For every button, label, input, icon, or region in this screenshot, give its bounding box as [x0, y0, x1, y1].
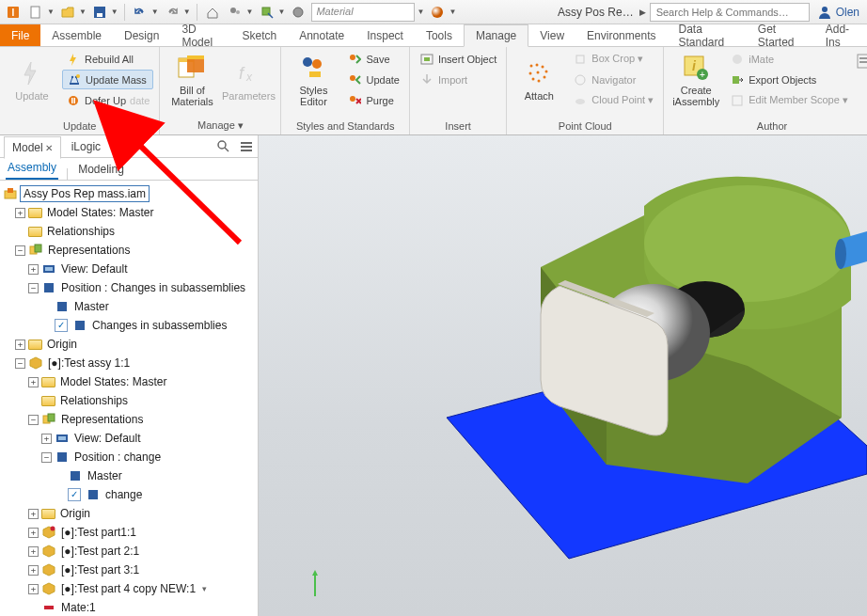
- browser-tab-ilogic[interactable]: iLogic: [63, 135, 109, 158]
- tree-node[interactable]: −Representations: [2, 410, 256, 429]
- appearance-icon[interactable]: [289, 3, 307, 22]
- model-tree[interactable]: Assy Pos Rep mass.iam +Model States: Mas…: [0, 181, 258, 616]
- redo-icon[interactable]: [163, 3, 181, 22]
- tree-node[interactable]: Master: [2, 466, 256, 485]
- update-button[interactable]: Update: [6, 49, 58, 111]
- sphere-dropdown-icon[interactable]: ▼: [449, 8, 456, 16]
- tab-get-started[interactable]: Get Started: [747, 24, 814, 46]
- search-icon[interactable]: [216, 139, 231, 154]
- sphere-icon[interactable]: [428, 3, 447, 22]
- tree-node[interactable]: +Model States: Master: [2, 372, 256, 391]
- import-button[interactable]: Import: [416, 70, 500, 89]
- tree-node[interactable]: +[●]:Test part1:1: [2, 523, 256, 542]
- search-input[interactable]: [650, 3, 810, 22]
- browser-menu-icon[interactable]: [239, 139, 254, 154]
- styles-save-button[interactable]: Save: [343, 49, 402, 69]
- tree-node[interactable]: Relationships: [2, 222, 256, 241]
- open-icon[interactable]: [58, 3, 77, 22]
- tree-node[interactable]: +[●]:Test part 4 copy NEW:1▾: [2, 579, 256, 598]
- tab-inspect[interactable]: Inspect: [355, 24, 415, 46]
- expand-icon[interactable]: +: [15, 340, 25, 350]
- redo-dropdown-icon[interactable]: ▼: [183, 8, 191, 16]
- expand-icon[interactable]: +: [28, 528, 39, 538]
- parameters-button[interactable]: fx Parameters: [222, 49, 275, 111]
- tab-sketch[interactable]: Sketch: [230, 24, 288, 46]
- app-icon[interactable]: I: [4, 3, 23, 22]
- home-icon[interactable]: [203, 3, 222, 22]
- team-icon[interactable]: [226, 3, 244, 22]
- more-panel-icon[interactable]: [856, 53, 867, 70]
- tab-data-standard[interactable]: Data Standard: [667, 24, 746, 46]
- tab-file[interactable]: File: [0, 24, 40, 46]
- collapse-icon[interactable]: −: [41, 452, 52, 463]
- tree-node[interactable]: Master: [2, 297, 256, 316]
- new-icon[interactable]: [26, 3, 45, 22]
- tab-annotate[interactable]: Annotate: [288, 24, 355, 46]
- browser-tab-model[interactable]: Model✕: [4, 136, 61, 159]
- undo-icon[interactable]: [131, 3, 150, 22]
- bom-button[interactable]: Bill of Materials: [166, 49, 218, 111]
- add-browser-tab-button[interactable]: ＋: [115, 138, 128, 155]
- subtab-assembly[interactable]: Assembly: [6, 157, 58, 180]
- navigator-button[interactable]: Navigator: [569, 70, 657, 89]
- tab-manage[interactable]: Manage: [464, 24, 528, 47]
- checkbox-icon[interactable]: ✓: [68, 488, 81, 501]
- team-dropdown-icon[interactable]: ▼: [246, 8, 254, 16]
- subtab-modeling[interactable]: Modeling: [76, 159, 126, 180]
- checkbox-icon[interactable]: ✓: [55, 319, 68, 332]
- tree-node[interactable]: +[●]:Test part 3:1: [2, 561, 256, 579]
- tree-node[interactable]: +[●]:Test part 2:1: [2, 542, 256, 561]
- update-mass-button[interactable]: Update Mass: [62, 70, 153, 89]
- attach-button[interactable]: Attach: [512, 49, 565, 111]
- export-objects-button[interactable]: Export Objects: [726, 70, 852, 89]
- tree-node[interactable]: −Representations: [2, 241, 256, 260]
- box-crop-button[interactable]: Box Crop ▾: [569, 49, 657, 69]
- tab-design[interactable]: Design: [113, 24, 170, 46]
- styles-editor-button[interactable]: Styles Editor: [287, 49, 339, 111]
- material-selector[interactable]: Material: [311, 3, 415, 22]
- close-icon[interactable]: ✕: [45, 143, 53, 153]
- collapse-icon[interactable]: −: [28, 415, 39, 425]
- cloud-point-button[interactable]: Cloud Point ▾: [569, 90, 657, 110]
- save-icon[interactable]: [90, 3, 109, 22]
- expand-icon[interactable]: +: [28, 565, 39, 576]
- expand-icon[interactable]: +: [28, 546, 39, 557]
- edit-member-scope-button[interactable]: Edit Member Scope ▾: [726, 90, 852, 110]
- tab-add-ins[interactable]: Add-Ins: [814, 24, 867, 46]
- styles-purge-button[interactable]: Purge: [343, 90, 402, 110]
- expand-icon[interactable]: +: [15, 208, 25, 218]
- expand-icon[interactable]: +: [28, 264, 39, 275]
- tree-node[interactable]: Mate:1: [2, 598, 256, 616]
- tree-node[interactable]: −[●]:Test assy 1:1: [2, 354, 256, 372]
- tab-tools[interactable]: Tools: [415, 24, 464, 46]
- styles-update-button[interactable]: Update: [343, 70, 402, 89]
- tab-environments[interactable]: Environments: [575, 24, 667, 46]
- defer-update-button[interactable]: Defer Update: [62, 90, 153, 110]
- expand-icon[interactable]: +: [28, 584, 39, 594]
- save-dropdown-icon[interactable]: ▼: [111, 8, 118, 16]
- collapse-icon[interactable]: −: [15, 358, 25, 369]
- tree-node[interactable]: +Model States: Master: [2, 203, 256, 222]
- expand-icon[interactable]: +: [28, 377, 39, 387]
- insert-object-button[interactable]: Insert Object: [416, 49, 500, 69]
- tree-node[interactable]: −Position : Changes in subassemblies: [2, 278, 256, 297]
- tree-node[interactable]: Relationships: [2, 391, 256, 410]
- tab-assemble[interactable]: Assemble: [40, 24, 113, 46]
- tree-node[interactable]: −Position : change: [2, 448, 256, 466]
- tree-node[interactable]: ✓change: [2, 485, 256, 504]
- collapse-icon[interactable]: −: [15, 245, 25, 256]
- new-dropdown-icon[interactable]: ▼: [47, 8, 55, 16]
- tree-node[interactable]: ✓Changes in subassemblies: [2, 316, 256, 335]
- imate-button[interactable]: iMate: [726, 49, 852, 69]
- 3d-viewport[interactable]: [259, 135, 867, 616]
- doc-nav-arrow-icon[interactable]: ▶: [639, 8, 646, 17]
- create-iassembly-button[interactable]: i+ Create iAssembly: [670, 49, 722, 111]
- undo-dropdown-icon[interactable]: ▼: [151, 8, 159, 16]
- tree-node[interactable]: +View: Default: [2, 260, 256, 278]
- rebuild-all-button[interactable]: Rebuild All: [62, 49, 153, 69]
- expand-icon[interactable]: +: [28, 509, 39, 519]
- tree-node[interactable]: +Origin: [2, 335, 256, 354]
- collapse-icon[interactable]: −: [28, 283, 39, 293]
- group-label-manage[interactable]: Manage ▾: [166, 118, 275, 134]
- material-dropdown-icon[interactable]: ▼: [417, 8, 424, 16]
